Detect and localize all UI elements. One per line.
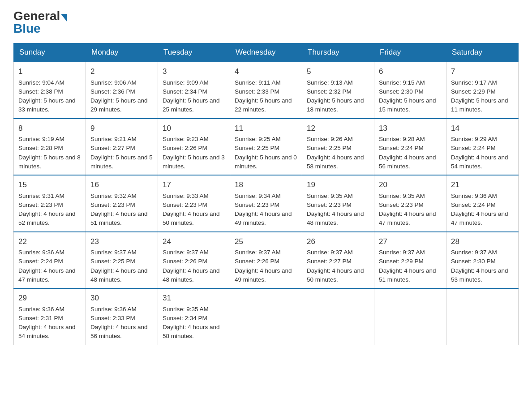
calendar-cell: 25 Sunrise: 9:37 AM Sunset: 2:26 PM Dayl… bbox=[230, 232, 302, 289]
day-number: 30 bbox=[90, 292, 153, 304]
calendar-week-3: 15 Sunrise: 9:31 AM Sunset: 2:23 PM Dayl… bbox=[14, 175, 519, 232]
header-cell-sunday: Sunday bbox=[14, 43, 86, 62]
day-number: 8 bbox=[18, 123, 81, 134]
daylight-text: Daylight: 4 hours and 47 minutes. bbox=[18, 267, 76, 283]
calendar-cell: 18 Sunrise: 9:34 AM Sunset: 2:23 PM Dayl… bbox=[230, 175, 302, 232]
day-number: 17 bbox=[163, 179, 225, 191]
day-number: 9 bbox=[90, 123, 153, 134]
calendar-cell: 24 Sunrise: 9:37 AM Sunset: 2:26 PM Dayl… bbox=[158, 232, 230, 289]
day-number: 28 bbox=[451, 236, 514, 248]
sunset-text: Sunset: 2:28 PM bbox=[18, 145, 63, 151]
daylight-text: Daylight: 4 hours and 50 minutes. bbox=[163, 210, 220, 226]
sunset-text: Sunset: 2:26 PM bbox=[163, 258, 207, 265]
header-cell-thursday: Thursday bbox=[302, 43, 374, 62]
calendar-cell: 13 Sunrise: 9:28 AM Sunset: 2:24 PM Dayl… bbox=[374, 119, 446, 176]
day-number: 29 bbox=[18, 292, 81, 304]
sunset-text: Sunset: 2:32 PM bbox=[307, 88, 352, 95]
daylight-text: Daylight: 4 hours and 48 minutes. bbox=[163, 267, 220, 283]
daylight-text: Daylight: 5 hours and 22 minutes. bbox=[235, 97, 292, 113]
header-cell-monday: Monday bbox=[86, 43, 158, 62]
day-number: 25 bbox=[235, 236, 297, 248]
day-number: 4 bbox=[235, 66, 297, 77]
day-number: 23 bbox=[90, 236, 153, 248]
daylight-text: Daylight: 4 hours and 54 minutes. bbox=[18, 324, 76, 339]
sunrise-text: Sunrise: 9:33 AM bbox=[163, 193, 209, 199]
calendar-body: 1 Sunrise: 9:04 AM Sunset: 2:38 PM Dayli… bbox=[14, 62, 519, 345]
sunset-text: Sunset: 2:23 PM bbox=[235, 201, 279, 208]
daylight-text: Daylight: 4 hours and 58 minutes. bbox=[163, 324, 220, 339]
sunset-text: Sunset: 2:29 PM bbox=[379, 258, 424, 265]
daylight-text: Daylight: 5 hours and 15 minutes. bbox=[379, 97, 436, 113]
sunset-text: Sunset: 2:26 PM bbox=[163, 145, 207, 151]
sunset-text: Sunset: 2:23 PM bbox=[90, 201, 135, 208]
calendar-week-1: 1 Sunrise: 9:04 AM Sunset: 2:38 PM Dayli… bbox=[14, 62, 519, 119]
logo-triangle-icon bbox=[61, 14, 67, 22]
calendar-week-2: 8 Sunrise: 9:19 AM Sunset: 2:28 PM Dayli… bbox=[14, 119, 519, 176]
daylight-text: Daylight: 4 hours and 58 minutes. bbox=[307, 154, 364, 170]
sunset-text: Sunset: 2:33 PM bbox=[235, 88, 279, 95]
calendar-cell: 27 Sunrise: 9:37 AM Sunset: 2:29 PM Dayl… bbox=[374, 232, 446, 289]
sunrise-text: Sunrise: 9:34 AM bbox=[235, 193, 281, 199]
day-number: 1 bbox=[18, 66, 81, 77]
sunrise-text: Sunrise: 9:36 AM bbox=[18, 306, 64, 313]
sunset-text: Sunset: 2:23 PM bbox=[163, 201, 207, 208]
sunrise-text: Sunrise: 9:17 AM bbox=[451, 79, 497, 86]
header-cell-saturday: Saturday bbox=[446, 43, 519, 62]
sunset-text: Sunset: 2:30 PM bbox=[451, 258, 496, 265]
calendar-cell: 6 Sunrise: 9:15 AM Sunset: 2:30 PM Dayli… bbox=[374, 62, 446, 119]
sunrise-text: Sunrise: 9:32 AM bbox=[90, 193, 137, 199]
sunrise-text: Sunrise: 9:36 AM bbox=[451, 193, 497, 199]
sunrise-text: Sunrise: 9:29 AM bbox=[451, 136, 497, 142]
sunset-text: Sunset: 2:25 PM bbox=[90, 258, 135, 265]
day-number: 20 bbox=[379, 179, 442, 191]
calendar-cell: 26 Sunrise: 9:37 AM Sunset: 2:27 PM Dayl… bbox=[302, 232, 374, 289]
sunrise-text: Sunrise: 9:11 AM bbox=[235, 79, 281, 86]
sunrise-text: Sunrise: 9:28 AM bbox=[379, 136, 425, 142]
sunrise-text: Sunrise: 9:06 AM bbox=[90, 79, 137, 86]
day-number: 18 bbox=[235, 179, 297, 191]
calendar-cell: 3 Sunrise: 9:09 AM Sunset: 2:34 PM Dayli… bbox=[158, 62, 230, 119]
day-number: 3 bbox=[163, 66, 225, 77]
sunrise-text: Sunrise: 9:35 AM bbox=[163, 306, 209, 313]
sunset-text: Sunset: 2:24 PM bbox=[451, 145, 496, 151]
calendar-cell: 30 Sunrise: 9:36 AM Sunset: 2:33 PM Dayl… bbox=[86, 288, 158, 345]
logo: General Blue bbox=[13, 9, 68, 36]
calendar-cell: 2 Sunrise: 9:06 AM Sunset: 2:36 PM Dayli… bbox=[86, 62, 158, 119]
calendar-cell: 9 Sunrise: 9:21 AM Sunset: 2:27 PM Dayli… bbox=[86, 119, 158, 176]
sunset-text: Sunset: 2:36 PM bbox=[90, 88, 135, 95]
sunset-text: Sunset: 2:25 PM bbox=[307, 145, 352, 151]
daylight-text: Daylight: 4 hours and 51 minutes. bbox=[90, 210, 148, 226]
calendar-cell: 22 Sunrise: 9:36 AM Sunset: 2:24 PM Dayl… bbox=[14, 232, 86, 289]
day-number: 5 bbox=[307, 66, 369, 77]
calendar-cell: 5 Sunrise: 9:13 AM Sunset: 2:32 PM Dayli… bbox=[302, 62, 374, 119]
day-number: 27 bbox=[379, 236, 442, 248]
calendar-cell: 17 Sunrise: 9:33 AM Sunset: 2:23 PM Dayl… bbox=[158, 175, 230, 232]
day-number: 19 bbox=[307, 179, 369, 191]
daylight-text: Daylight: 5 hours and 18 minutes. bbox=[307, 97, 364, 113]
day-number: 10 bbox=[163, 123, 225, 134]
sunrise-text: Sunrise: 9:35 AM bbox=[307, 193, 353, 199]
calendar-cell: 7 Sunrise: 9:17 AM Sunset: 2:29 PM Dayli… bbox=[446, 62, 519, 119]
day-number: 12 bbox=[307, 123, 369, 134]
calendar-cell: 8 Sunrise: 9:19 AM Sunset: 2:28 PM Dayli… bbox=[14, 119, 86, 176]
sunset-text: Sunset: 2:26 PM bbox=[235, 258, 279, 265]
daylight-text: Daylight: 4 hours and 47 minutes. bbox=[451, 210, 508, 226]
day-number: 14 bbox=[451, 123, 514, 134]
calendar-cell bbox=[374, 288, 446, 345]
calendar-cell: 16 Sunrise: 9:32 AM Sunset: 2:23 PM Dayl… bbox=[86, 175, 158, 232]
sunset-text: Sunset: 2:34 PM bbox=[163, 315, 207, 321]
sunset-text: Sunset: 2:34 PM bbox=[163, 88, 207, 95]
sunset-text: Sunset: 2:23 PM bbox=[307, 201, 352, 208]
sunset-text: Sunset: 2:31 PM bbox=[18, 315, 63, 321]
daylight-text: Daylight: 5 hours and 3 minutes. bbox=[163, 154, 225, 170]
calendar-cell: 29 Sunrise: 9:36 AM Sunset: 2:31 PM Dayl… bbox=[14, 288, 86, 345]
daylight-text: Daylight: 5 hours and 5 minutes. bbox=[90, 154, 153, 170]
sunrise-text: Sunrise: 9:36 AM bbox=[90, 306, 137, 313]
sunrise-text: Sunrise: 9:09 AM bbox=[163, 79, 209, 86]
day-number: 15 bbox=[18, 179, 81, 191]
calendar-cell: 11 Sunrise: 9:25 AM Sunset: 2:25 PM Dayl… bbox=[230, 119, 302, 176]
daylight-text: Daylight: 4 hours and 52 minutes. bbox=[18, 210, 76, 226]
sunset-text: Sunset: 2:30 PM bbox=[379, 88, 424, 95]
calendar-cell bbox=[446, 288, 519, 345]
daylight-text: Daylight: 5 hours and 29 minutes. bbox=[90, 97, 148, 113]
